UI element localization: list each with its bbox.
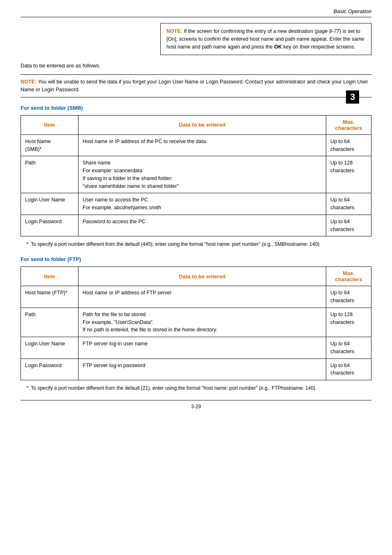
ftp-row3-data: FTP server log-in user name (78, 337, 326, 359)
ftp-col-item: Item (21, 267, 78, 286)
ftp-footnote-asterisk: * To specify a port number different fro… (26, 385, 316, 391)
ftp-section: For send to folder (FTP) Item Data to be… (21, 256, 371, 392)
smb-row3-max: Up to 64 characters (326, 193, 371, 215)
ftp-row4-data: FTP server log-in password (78, 358, 326, 380)
ftp-table: Item Data to be entered Max.characters H… (21, 266, 371, 380)
smb-col-item: Item (21, 115, 78, 134)
note-box: NOTE: If the screen for confirming the e… (160, 23, 371, 55)
smb-footnote: * To specify a port number different fro… (21, 240, 371, 248)
ftp-row3-max: Up to 64 characters (326, 337, 371, 359)
smb-table: Item Data to be entered Max.characters H… (21, 115, 371, 237)
page-number: 3-29 (191, 404, 201, 409)
chapter-number: 3 (346, 90, 359, 104)
ftp-row2-max: Up to 128 characters (326, 308, 371, 337)
header-title: Basic Operation (334, 8, 372, 14)
smb-row3-data: User name to access the PCFor example, a… (78, 193, 326, 215)
ftp-col-max: Max.characters (326, 267, 371, 286)
table-row: Login Password Password to access the PC… (21, 215, 371, 236)
smb-row4-item: Login Password (21, 215, 78, 236)
table-row: Login User Name User name to access the … (21, 193, 371, 215)
ftp-section-title: For send to folder (FTP) (21, 256, 371, 262)
ftp-row3-item: Login User Name (21, 337, 78, 359)
ftp-col-data: Data to be entered (78, 267, 326, 286)
ftp-footnote: * To specify a port number different fro… (21, 384, 371, 392)
smb-row2-max: Up to 128 characters (326, 156, 371, 193)
smb-row2-data: Share nameFor example: scannerdataIf sav… (78, 156, 326, 193)
ftp-row4-item: Login Password (21, 358, 78, 380)
ftp-row2-data: Path for the file to be storedFor exampl… (78, 308, 326, 337)
table-row: Login Password FTP server log-in passwor… (21, 358, 371, 380)
ftp-row4-max: Up to 64 characters (326, 358, 371, 380)
smb-row4-max: Up to 64 characters (326, 215, 371, 236)
smb-section-title: For send to folder (SMB) (21, 105, 371, 111)
table-row: Path Share nameFor example: scannerdataI… (21, 156, 371, 193)
smb-row3-item: Login User Name (21, 193, 78, 215)
smb-footnote-asterisk: * To specify a port number different fro… (26, 241, 321, 247)
note-box-text: If the screen for confirming the entry o… (166, 28, 364, 50)
smb-row1-data: Host name or IP address of the PC to rec… (78, 134, 326, 156)
smb-section: For send to folder (SMB) Item Data to be… (21, 105, 371, 248)
smb-row4-data: Password to access the PC (78, 215, 326, 236)
ftp-row1-max: Up to 64 characters (326, 286, 371, 308)
data-intro: Data to be entered are as follows. (21, 62, 371, 69)
smb-row1-item: Host Name(SMB)* (21, 134, 78, 156)
smb-row1-max: Up to 64 characters (326, 134, 371, 156)
page-header: Basic Operation (21, 8, 371, 17)
table-row: Path Path for the file to be storedFor e… (21, 308, 371, 337)
page-footer: 3-29 (21, 400, 371, 409)
note-box-label: NOTE: (166, 28, 182, 34)
table-row: Login User Name FTP server log-in user n… (21, 337, 371, 359)
note-warning-label: NOTE: (21, 79, 37, 85)
ftp-row1-item: Host Name (FTP)* (21, 286, 78, 308)
ftp-row2-item: Path (21, 308, 78, 337)
ftp-row1-data: Host name or IP address of FTP server (78, 286, 326, 308)
table-row: Host Name (FTP)* Host name or IP address… (21, 286, 371, 308)
table-row: Host Name(SMB)* Host name or IP address … (21, 134, 371, 156)
note-warning-text: You will be unable to send the data if y… (21, 79, 368, 92)
smb-row2-item: Path (21, 156, 78, 193)
smb-col-max: Max.characters (326, 115, 371, 134)
smb-col-data: Data to be entered (78, 115, 326, 134)
note-warning: NOTE: You will be unable to send the dat… (21, 74, 371, 97)
